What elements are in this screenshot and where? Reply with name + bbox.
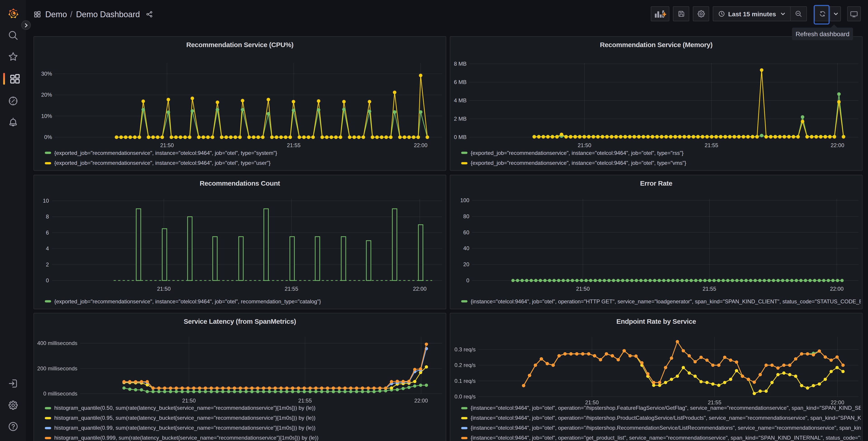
svg-text:4: 4 (46, 245, 49, 251)
svg-text:21:50: 21:50 (157, 286, 170, 292)
svg-text:2 MB: 2 MB (454, 116, 467, 122)
svg-text:6 MB: 6 MB (454, 79, 467, 85)
svg-text:22:00: 22:00 (830, 286, 843, 292)
svg-text:30%: 30% (41, 70, 52, 77)
svg-text:0.2 req/s: 0.2 req/s (455, 362, 476, 368)
svg-text:20: 20 (463, 261, 469, 267)
svg-text:4 MB: 4 MB (454, 97, 467, 104)
svg-text:6: 6 (46, 229, 49, 235)
svg-text:21:55: 21:55 (298, 398, 312, 404)
svg-text:80: 80 (463, 213, 469, 219)
svg-text:0.0 req/s: 0.0 req/s (455, 393, 476, 400)
svg-text:60: 60 (463, 229, 469, 235)
svg-text:8 MB: 8 MB (454, 61, 467, 67)
svg-text:0.3 req/s: 0.3 req/s (455, 346, 476, 352)
svg-text:21:50: 21:50 (182, 398, 196, 404)
svg-text:0: 0 (466, 277, 469, 283)
svg-text:400 milliseconds: 400 milliseconds (37, 340, 78, 346)
svg-text:22:00: 22:00 (414, 142, 428, 148)
svg-text:10%: 10% (41, 113, 52, 119)
svg-text:200 milliseconds: 200 milliseconds (37, 365, 78, 372)
svg-text:21:55: 21:55 (285, 286, 298, 292)
svg-text:2: 2 (46, 261, 49, 267)
svg-text:0: 0 (46, 277, 49, 283)
svg-text:40: 40 (463, 245, 469, 251)
svg-text:0%: 0% (44, 134, 52, 140)
svg-text:21:55: 21:55 (705, 142, 718, 148)
svg-text:0 MB: 0 MB (454, 134, 467, 140)
svg-text:22:00: 22:00 (414, 398, 428, 404)
svg-text:21:50: 21:50 (576, 286, 590, 292)
svg-text:22:00: 22:00 (413, 286, 427, 292)
svg-text:10: 10 (43, 198, 49, 204)
svg-text:20%: 20% (41, 92, 52, 98)
svg-text:100: 100 (460, 197, 469, 203)
svg-text:22:00: 22:00 (831, 142, 844, 148)
svg-text:0 milliseconds: 0 milliseconds (43, 390, 78, 396)
svg-text:8: 8 (46, 213, 49, 219)
svg-text:21:50: 21:50 (578, 142, 591, 148)
svg-text:21:50: 21:50 (160, 142, 174, 148)
svg-text:21:55: 21:55 (703, 286, 716, 292)
svg-text:0.1 req/s: 0.1 req/s (455, 378, 476, 384)
svg-text:21:55: 21:55 (287, 142, 301, 148)
